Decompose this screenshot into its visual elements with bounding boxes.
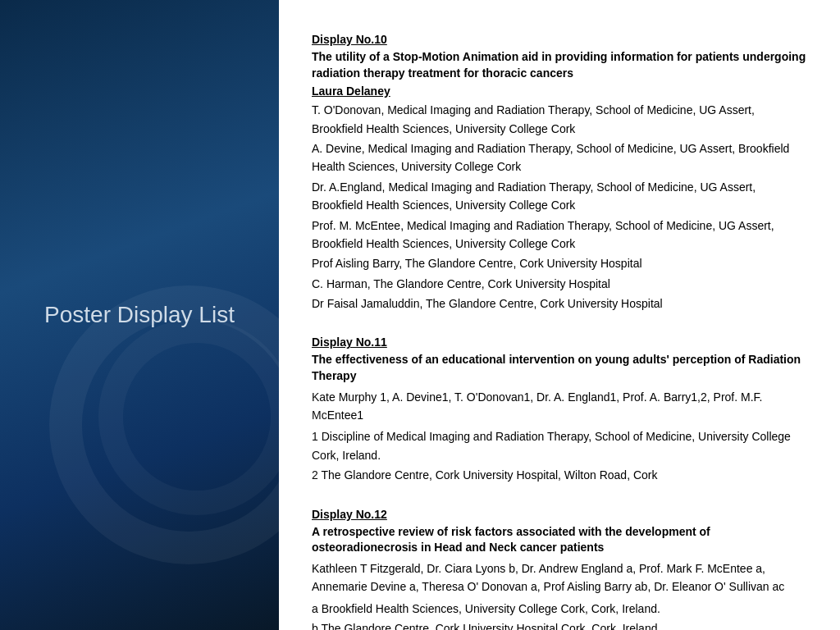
body-line: Prof. M. McEntee, Medical Imaging and Ra… bbox=[312, 217, 807, 253]
body-line: Prof Aisling Barry, The Glandore Centre,… bbox=[312, 254, 807, 272]
body-line: C. Harman, The Glandore Centre, Cork Uni… bbox=[312, 275, 807, 293]
display-10-title: The utility of a Stop-Motion Animation a… bbox=[312, 49, 807, 81]
body-line: b The Glandore Centre, Cork University H… bbox=[312, 619, 807, 630]
body-line: Dr Faisal Jamaluddin, The Glandore Centr… bbox=[312, 294, 807, 313]
display-12-number: Display No.12 bbox=[312, 508, 807, 521]
sidebar-title: Poster Display List bbox=[28, 285, 251, 345]
body-line: 2 The Glandore Centre, Cork University H… bbox=[312, 466, 807, 484]
display-12-authors: Kathleen T Fitzgerald, Dr. Ciara Lyons b… bbox=[312, 559, 807, 596]
display-10-body: T. O'Donovan, Medical Imaging and Radiat… bbox=[312, 101, 807, 313]
main-content: Display No.10 The utility of a Stop-Moti… bbox=[279, 0, 840, 630]
display-11-authors: Kate Murphy 1, A. Devine1, T. O'Donovan1… bbox=[312, 388, 807, 425]
display-11-body: 1 Discipline of Medical Imaging and Radi… bbox=[312, 427, 807, 484]
display-12-body: a Brookfield Health Sciences, University… bbox=[312, 600, 807, 630]
sidebar: Poster Display List bbox=[0, 0, 279, 630]
display-12-main-author: Kathleen T Fitzgerald bbox=[312, 562, 421, 575]
body-line: A. Devine, Medical Imaging and Radiation… bbox=[312, 139, 807, 176]
display-section-10: Display No.10 The utility of a Stop-Moti… bbox=[312, 33, 807, 313]
display-11-co-authors: 1, A. Devine1, T. O'Donovan1, Dr. A. Eng… bbox=[312, 390, 762, 422]
display-10-number: Display No.10 bbox=[312, 33, 807, 46]
display-section-11: Display No.11 The effectiveness of an ed… bbox=[312, 336, 807, 484]
display-section-12: Display No.12 A retrospective review of … bbox=[312, 508, 807, 630]
display-12-title: A retrospective review of risk factors a… bbox=[312, 524, 807, 556]
display-10-main-author: Laura Delaney bbox=[312, 84, 807, 98]
body-line: Dr. A.England, Medical Imaging and Radia… bbox=[312, 178, 807, 215]
body-line: T. O'Donovan, Medical Imaging and Radiat… bbox=[312, 101, 807, 138]
body-line: a Brookfield Health Sciences, University… bbox=[312, 600, 807, 618]
display-11-number: Display No.11 bbox=[312, 336, 807, 349]
display-11-title: The effectiveness of an educational inte… bbox=[312, 352, 807, 384]
body-line: 1 Discipline of Medical Imaging and Radi… bbox=[312, 427, 807, 464]
